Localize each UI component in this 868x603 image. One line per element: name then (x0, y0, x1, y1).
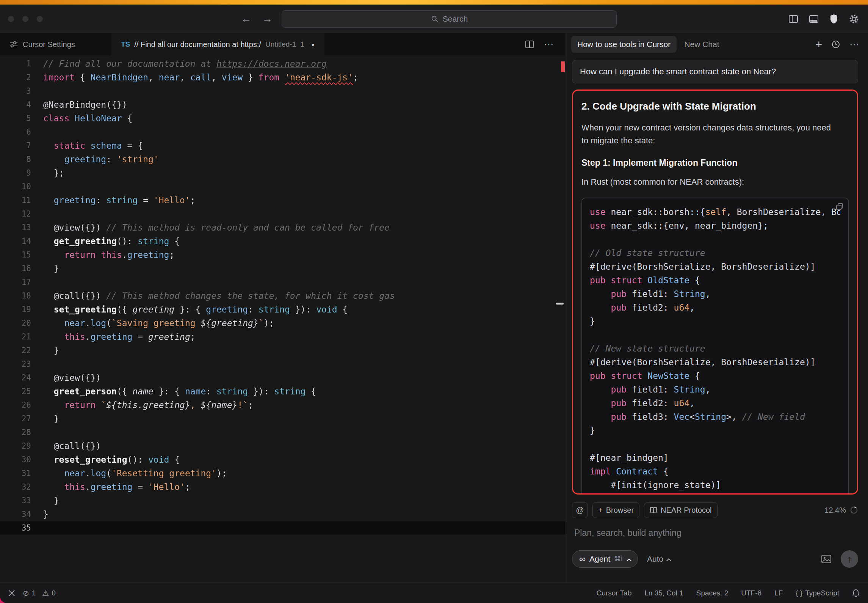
tab-untitled-file[interactable]: TS // Find all our documentation at http… (111, 33, 324, 55)
chat-code-content: use near_sdk::borsh::{self, BorshDeseria… (590, 205, 840, 495)
chat-code-line: impl Contract { (590, 465, 840, 478)
code-line[interactable]: 3 (0, 84, 565, 98)
code-line[interactable]: 27 } (0, 412, 565, 426)
chat-code-line (590, 328, 840, 342)
remote-indicator-icon[interactable] (8, 590, 15, 597)
file-tab-title: // Find all our documentation at https:/ (134, 40, 261, 49)
model-selector[interactable]: Auto (647, 554, 671, 564)
code-line[interactable]: 10 (0, 180, 565, 193)
chat-code-line: pub field3: Vec<String>, // New field (590, 410, 840, 424)
code-line[interactable]: 5class HelloNear { (0, 111, 565, 125)
new-chat-plus-icon[interactable]: + (815, 39, 822, 50)
code-line[interactable]: 30 reset_greeting(): void { (0, 453, 565, 466)
line-col-indicator[interactable]: Ln 35, Col 1 (644, 589, 683, 597)
code-line[interactable]: 14 get_greeting(): string { (0, 234, 565, 248)
code-line[interactable]: 23 (0, 357, 565, 371)
near-protocol-docs-chip[interactable]: NEAR Protocol (644, 502, 718, 518)
code-line[interactable]: 26 return `${this.greeting}, ${name}!`; (0, 398, 565, 412)
code-line[interactable]: 12 (0, 207, 565, 221)
browser-chip[interactable]: + Browser (592, 502, 639, 518)
send-arrow-icon: ↑ (847, 553, 852, 565)
chat-code-line: pub field2: u64, (590, 396, 840, 410)
scrollbar-marker[interactable] (556, 303, 564, 305)
chat-more-icon[interactable]: ⋯ (849, 39, 860, 50)
minimize-window-button[interactable] (22, 16, 29, 22)
chat-code-line: #[derive(BorshSerialize, BorshDeserializ… (590, 355, 840, 369)
top-accent-strip (0, 0, 868, 5)
model-label: Auto (647, 554, 663, 564)
context-usage-circle-icon[interactable] (850, 506, 858, 514)
code-line[interactable]: 25 greet_person({ name }: { name: string… (0, 385, 565, 398)
book-icon (650, 507, 657, 513)
chat-code-line: #[near_bindgen] (590, 451, 840, 465)
attach-image-icon[interactable] (821, 554, 832, 564)
code-line[interactable]: 31 near.log('Resetting greeting'); (0, 466, 565, 480)
rust-code-block[interactable]: use near_sdk::borsh::{self, BorshDeseria… (581, 198, 849, 495)
spaces-indicator[interactable]: Spaces: 2 (696, 589, 729, 597)
code-line[interactable]: 35 (0, 521, 565, 535)
code-line[interactable]: 19 set_greeting({ greeting }: { greeting… (0, 303, 565, 316)
code-line[interactable]: 24 @view({}) (0, 371, 565, 385)
modified-dot-icon[interactable]: ● (312, 42, 315, 47)
code-line[interactable]: 21 this.greeting = greeting; (0, 330, 565, 344)
code-line[interactable]: 2import { NearBindgen, near, call, view … (0, 71, 565, 84)
code-line[interactable]: 16 } (0, 262, 565, 275)
back-button[interactable]: ← (241, 13, 251, 25)
chat-code-line: // Old state structure (590, 246, 840, 260)
code-line[interactable]: 22 } (0, 344, 565, 357)
close-window-button[interactable] (8, 16, 14, 22)
code-line[interactable]: 6 (0, 125, 565, 139)
code-line[interactable]: 8 greeting: 'string' (0, 152, 565, 166)
chat-code-line: #[derive(BorshSerialize, BorshDeserializ… (590, 260, 840, 273)
code-line[interactable]: 9 }; (0, 166, 565, 180)
code-line[interactable]: 11 greeting: string = 'Hello'; (0, 193, 565, 207)
code-line[interactable]: 34} (0, 507, 565, 521)
code-line[interactable]: 4@NearBindgen({}) (0, 98, 565, 111)
chat-code-line: pub field1: String, (590, 383, 840, 396)
code-line[interactable]: 29 @call({}) (0, 439, 565, 453)
chat-code-line: pub fn migrate() -> Self { (590, 492, 840, 495)
code-line[interactable]: 15 return this.greeting; (0, 248, 565, 262)
code-line[interactable]: 7 static schema = { (0, 139, 565, 152)
chat-input-placeholder[interactable]: Plan, search, build anything (574, 528, 858, 538)
problems-indicator[interactable]: ⊘ 1 ⚠ 0 (23, 589, 56, 598)
code-line[interactable]: 17 (0, 275, 565, 289)
chat-tab-active[interactable]: How to use tools in Cursor (571, 36, 677, 53)
layout-panel-icon[interactable] (809, 14, 819, 24)
zoom-window-button[interactable] (36, 16, 43, 22)
cursor-tab-toggle[interactable]: Cursor Tab (597, 589, 632, 597)
code-line[interactable]: 18 @call({}) // This method changes the … (0, 289, 565, 303)
agent-mode-selector[interactable]: ∞ Agent ⌘I (572, 550, 638, 568)
search-bar[interactable]: Search (282, 10, 617, 28)
encoding-indicator[interactable]: UTF-8 (741, 589, 761, 597)
add-context-at-chip[interactable]: @ (572, 502, 588, 518)
settings-tab-label: Cursor Settings (23, 40, 75, 49)
code-line[interactable]: 13 @view({}) // This method is read-only… (0, 221, 565, 234)
infinity-icon: ∞ (579, 554, 586, 564)
notifications-bell-icon[interactable] (852, 589, 860, 597)
chat-code-line: use near_sdk::borsh::{self, BorshDeseria… (590, 205, 840, 219)
layout-sidebar-icon[interactable] (788, 14, 798, 24)
code-line[interactable]: 28 (0, 426, 565, 439)
code-editor[interactable]: 1// Find all our documentation at https:… (0, 55, 565, 583)
tab-cursor-settings[interactable]: Cursor Settings (0, 33, 111, 55)
shield-privacy-icon[interactable] (829, 14, 838, 24)
language-indicator[interactable]: { } TypeScript (796, 589, 839, 597)
response-intro: When your new contract version changes d… (581, 121, 832, 147)
code-line[interactable]: 32 this.greeting = 'Hello'; (0, 480, 565, 494)
history-clock-icon[interactable] (831, 40, 840, 49)
code-line[interactable]: 1// Find all our documentation at https:… (0, 57, 565, 71)
editor-more-actions-icon[interactable]: ⋯ (544, 39, 554, 50)
editor-code-lines: 1// Find all our documentation at https:… (0, 57, 565, 535)
code-line[interactable]: 20 near.log(`Saving greeting ${greeting}… (0, 316, 565, 330)
settings-gear-icon[interactable] (849, 14, 859, 24)
split-editor-icon[interactable] (525, 40, 534, 49)
copy-code-icon[interactable] (836, 203, 843, 210)
file-tab-filename: Untitled-1 (265, 40, 296, 49)
user-message[interactable]: How can I upgrade the smart contract sta… (572, 60, 858, 83)
eol-indicator[interactable]: LF (774, 589, 783, 597)
send-button[interactable]: ↑ (841, 550, 858, 568)
chat-tab-new[interactable]: New Chat (684, 40, 719, 49)
forward-button[interactable]: → (262, 13, 273, 25)
code-line[interactable]: 33 } (0, 494, 565, 507)
